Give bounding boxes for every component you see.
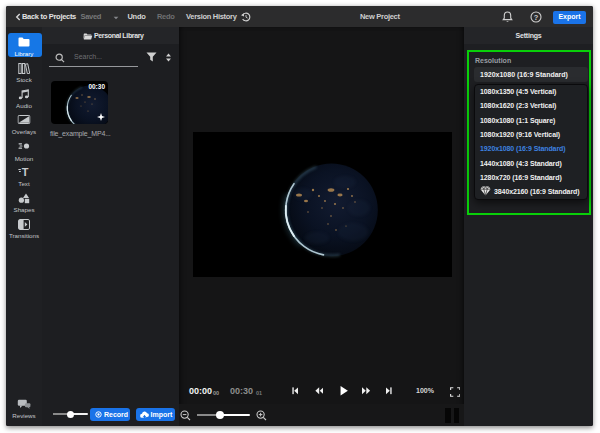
svg-text:T: T bbox=[22, 167, 29, 177]
svg-text:?: ? bbox=[534, 12, 539, 21]
